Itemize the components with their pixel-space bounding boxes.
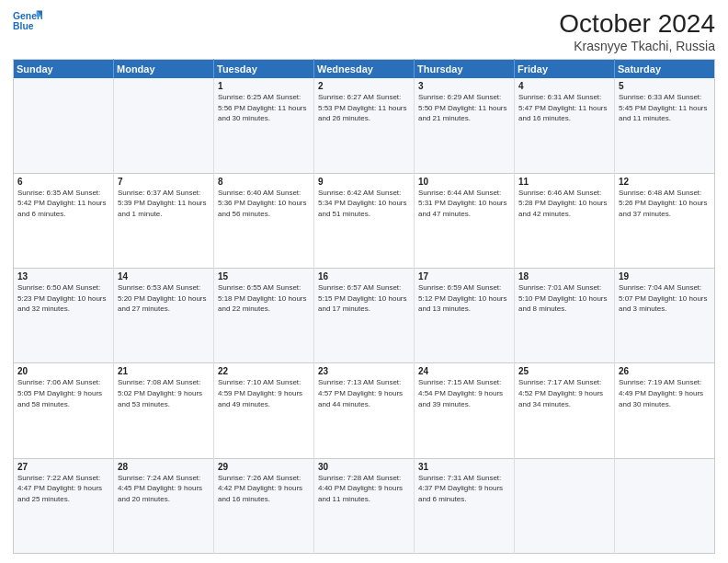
logo-icon: General Blue [13, 9, 42, 35]
day-number: 20 [17, 366, 109, 376]
day-info: Sunrise: 7:01 AM Sunset: 5:10 PM Dayligh… [518, 282, 610, 315]
day-info: Sunrise: 6:46 AM Sunset: 5:28 PM Dayligh… [518, 188, 610, 220]
calendar-cell [615, 458, 715, 553]
day-info: Sunrise: 7:17 AM Sunset: 4:52 PM Dayligh… [518, 377, 610, 409]
header: General Blue October 2024 Krasnyye Tkach… [13, 9, 715, 53]
day-number: 5 [619, 81, 711, 91]
day-info: Sunrise: 7:31 AM Sunset: 4:37 PM Dayligh… [418, 473, 510, 505]
day-number: 13 [17, 271, 109, 282]
day-number: 7 [118, 177, 210, 187]
calendar-cell: 11Sunrise: 6:46 AM Sunset: 5:28 PM Dayli… [515, 173, 615, 268]
day-number: 30 [318, 462, 410, 472]
calendar-cell: 7Sunrise: 6:37 AM Sunset: 5:39 PM Daylig… [114, 173, 214, 268]
day-info: Sunrise: 6:53 AM Sunset: 5:20 PM Dayligh… [118, 282, 210, 315]
day-number: 1 [218, 81, 310, 91]
page: General Blue October 2024 Krasnyye Tkach… [0, 0, 728, 563]
day-info: Sunrise: 7:26 AM Sunset: 4:42 PM Dayligh… [218, 473, 310, 505]
calendar-cell: 10Sunrise: 6:44 AM Sunset: 5:31 PM Dayli… [415, 173, 515, 268]
day-number: 21 [118, 366, 210, 376]
day-info: Sunrise: 7:28 AM Sunset: 4:40 PM Dayligh… [318, 473, 410, 505]
day-number: 8 [218, 177, 310, 187]
day-number: 28 [118, 462, 210, 472]
day-number: 19 [619, 271, 711, 282]
day-info: Sunrise: 7:10 AM Sunset: 4:59 PM Dayligh… [218, 377, 310, 409]
col-monday: Monday [114, 60, 214, 79]
svg-text:Blue: Blue [13, 21, 34, 31]
calendar-cell: 18Sunrise: 7:01 AM Sunset: 5:10 PM Dayli… [515, 269, 615, 363]
calendar-cell: 31Sunrise: 7:31 AM Sunset: 4:37 PM Dayli… [415, 458, 515, 553]
calendar-cell: 20Sunrise: 7:06 AM Sunset: 5:05 PM Dayli… [14, 363, 114, 458]
day-number: 26 [619, 366, 711, 376]
day-number: 24 [418, 366, 510, 376]
logo: General Blue [13, 9, 42, 35]
calendar-cell [114, 78, 214, 173]
calendar-cell: 5Sunrise: 6:33 AM Sunset: 5:45 PM Daylig… [615, 78, 715, 173]
day-info: Sunrise: 6:42 AM Sunset: 5:34 PM Dayligh… [318, 188, 410, 220]
calendar-cell: 2Sunrise: 6:27 AM Sunset: 5:53 PM Daylig… [314, 78, 415, 173]
day-number: 17 [418, 271, 510, 282]
day-info: Sunrise: 6:48 AM Sunset: 5:26 PM Dayligh… [619, 188, 711, 220]
day-number: 29 [218, 462, 310, 472]
col-thursday: Thursday [415, 60, 515, 79]
day-number: 2 [318, 81, 410, 91]
col-wednesday: Wednesday [314, 60, 415, 79]
calendar-cell: 13Sunrise: 6:50 AM Sunset: 5:23 PM Dayli… [14, 269, 114, 363]
day-number: 9 [318, 177, 410, 187]
calendar-cell [515, 458, 615, 553]
day-info: Sunrise: 7:19 AM Sunset: 4:49 PM Dayligh… [619, 377, 711, 409]
day-info: Sunrise: 6:40 AM Sunset: 5:36 PM Dayligh… [218, 188, 310, 220]
calendar-cell: 17Sunrise: 6:59 AM Sunset: 5:12 PM Dayli… [415, 269, 515, 363]
day-info: Sunrise: 7:22 AM Sunset: 4:47 PM Dayligh… [17, 473, 109, 505]
day-number: 23 [318, 366, 410, 376]
calendar-cell: 14Sunrise: 6:53 AM Sunset: 5:20 PM Dayli… [114, 269, 214, 363]
day-number: 31 [418, 462, 510, 472]
col-tuesday: Tuesday [214, 60, 314, 79]
day-info: Sunrise: 6:29 AM Sunset: 5:50 PM Dayligh… [418, 92, 510, 124]
calendar-cell: 3Sunrise: 6:29 AM Sunset: 5:50 PM Daylig… [415, 78, 515, 173]
calendar-week-5: 27Sunrise: 7:22 AM Sunset: 4:47 PM Dayli… [14, 458, 715, 553]
day-number: 15 [218, 271, 310, 282]
calendar-cell: 1Sunrise: 6:25 AM Sunset: 5:56 PM Daylig… [214, 78, 314, 173]
calendar-cell: 25Sunrise: 7:17 AM Sunset: 4:52 PM Dayli… [515, 363, 615, 458]
day-info: Sunrise: 6:27 AM Sunset: 5:53 PM Dayligh… [318, 92, 410, 124]
calendar-cell: 24Sunrise: 7:15 AM Sunset: 4:54 PM Dayli… [415, 363, 515, 458]
calendar-cell: 12Sunrise: 6:48 AM Sunset: 5:26 PM Dayli… [615, 173, 715, 268]
day-info: Sunrise: 7:06 AM Sunset: 5:05 PM Dayligh… [17, 377, 109, 409]
day-number: 11 [518, 177, 610, 187]
calendar-cell: 22Sunrise: 7:10 AM Sunset: 4:59 PM Dayli… [214, 363, 314, 458]
calendar-cell: 28Sunrise: 7:24 AM Sunset: 4:45 PM Dayli… [114, 458, 214, 553]
day-number: 3 [418, 81, 510, 91]
day-number: 6 [17, 177, 109, 187]
calendar-cell: 15Sunrise: 6:55 AM Sunset: 5:18 PM Dayli… [214, 269, 314, 363]
calendar-cell: 26Sunrise: 7:19 AM Sunset: 4:49 PM Dayli… [615, 363, 715, 458]
day-info: Sunrise: 6:25 AM Sunset: 5:56 PM Dayligh… [218, 92, 310, 124]
day-number: 22 [218, 366, 310, 376]
day-number: 16 [318, 271, 410, 282]
main-title: October 2024 [559, 9, 715, 39]
day-info: Sunrise: 6:55 AM Sunset: 5:18 PM Dayligh… [218, 282, 310, 315]
subtitle: Krasnyye Tkachi, Russia [559, 39, 715, 53]
calendar-cell [14, 78, 114, 173]
calendar-week-3: 13Sunrise: 6:50 AM Sunset: 5:23 PM Dayli… [14, 269, 715, 363]
header-row: Sunday Monday Tuesday Wednesday Thursday… [14, 60, 715, 79]
day-info: Sunrise: 7:04 AM Sunset: 5:07 PM Dayligh… [619, 282, 711, 315]
day-number: 4 [518, 81, 610, 91]
calendar-cell: 16Sunrise: 6:57 AM Sunset: 5:15 PM Dayli… [314, 269, 415, 363]
calendar-table: Sunday Monday Tuesday Wednesday Thursday… [13, 59, 715, 554]
calendar-week-4: 20Sunrise: 7:06 AM Sunset: 5:05 PM Dayli… [14, 363, 715, 458]
calendar-cell: 4Sunrise: 6:31 AM Sunset: 5:47 PM Daylig… [515, 78, 615, 173]
day-info: Sunrise: 7:15 AM Sunset: 4:54 PM Dayligh… [418, 377, 510, 409]
col-saturday: Saturday [615, 60, 715, 79]
calendar-cell: 9Sunrise: 6:42 AM Sunset: 5:34 PM Daylig… [314, 173, 415, 268]
calendar-body: 1Sunrise: 6:25 AM Sunset: 5:56 PM Daylig… [14, 78, 715, 554]
day-number: 27 [17, 462, 109, 472]
calendar-cell: 27Sunrise: 7:22 AM Sunset: 4:47 PM Dayli… [14, 458, 114, 553]
day-info: Sunrise: 7:24 AM Sunset: 4:45 PM Dayligh… [118, 473, 210, 505]
calendar-cell: 29Sunrise: 7:26 AM Sunset: 4:42 PM Dayli… [214, 458, 314, 553]
day-info: Sunrise: 6:37 AM Sunset: 5:39 PM Dayligh… [118, 188, 210, 220]
calendar-week-2: 6Sunrise: 6:35 AM Sunset: 5:42 PM Daylig… [14, 173, 715, 268]
calendar-cell: 19Sunrise: 7:04 AM Sunset: 5:07 PM Dayli… [615, 269, 715, 363]
calendar-cell: 8Sunrise: 6:40 AM Sunset: 5:36 PM Daylig… [214, 173, 314, 268]
col-sunday: Sunday [14, 60, 114, 79]
day-number: 10 [418, 177, 510, 187]
